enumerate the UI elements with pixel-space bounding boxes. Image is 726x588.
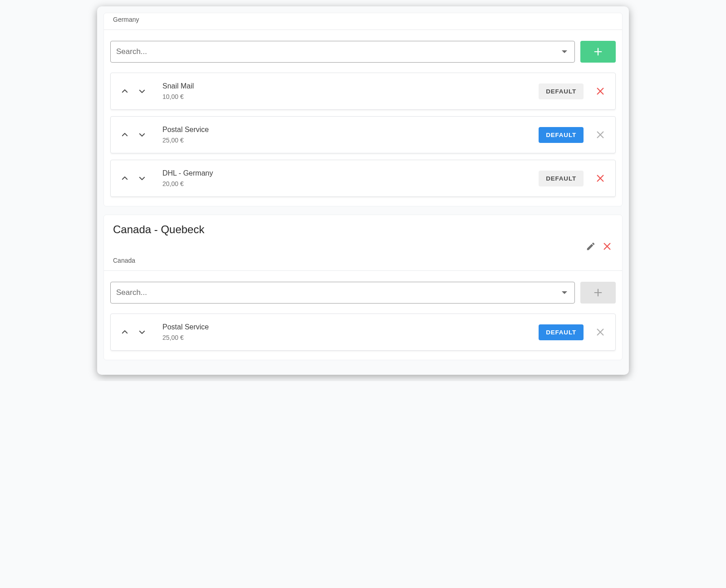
close-icon — [595, 173, 605, 183]
chevron-down-icon — [562, 50, 567, 53]
set-default-button[interactable]: DEFAULT — [539, 171, 584, 186]
move-up-button[interactable] — [121, 174, 129, 182]
close-icon — [602, 241, 612, 251]
chevron-up-icon — [121, 87, 129, 95]
order-controls — [121, 87, 146, 95]
move-down-button[interactable] — [138, 87, 146, 95]
order-controls — [121, 131, 146, 139]
move-up-button[interactable] — [121, 87, 129, 95]
search-input[interactable]: Search... — [110, 41, 575, 63]
zone-country-label: Germany — [104, 13, 622, 29]
plus-icon — [593, 47, 603, 57]
edit-zone-button[interactable] — [586, 241, 596, 251]
order-controls — [121, 174, 146, 182]
move-up-button[interactable] — [121, 131, 129, 139]
shipping-zone-canada-quebeck: Canada - Quebeck Canada Search... — [103, 215, 623, 360]
close-icon — [595, 86, 605, 96]
remove-method-button[interactable] — [595, 327, 605, 337]
zone-country-label: Canada — [104, 254, 622, 270]
remove-method-button[interactable] — [595, 173, 605, 183]
close-icon — [595, 130, 605, 140]
set-default-button[interactable]: DEFAULT — [539, 83, 584, 99]
method-name: Postal Service — [162, 126, 539, 134]
chevron-up-icon — [121, 131, 129, 139]
method-price: 25,00 € — [162, 334, 539, 341]
set-default-button[interactable]: DEFAULT — [539, 324, 584, 340]
method-name: DHL - Germany — [162, 169, 539, 177]
shipping-zones-panel: Germany Search... — [97, 6, 629, 375]
pencil-icon — [586, 241, 596, 251]
method-info: Postal Service 25,00 € — [162, 323, 539, 341]
method-list: Snail Mail 10,00 € DEFAULT — [104, 68, 622, 206]
zone-actions — [104, 241, 622, 254]
chevron-up-icon — [121, 174, 129, 182]
search-placeholder: Search... — [116, 288, 562, 297]
shipping-zone-germany: Germany Search... — [103, 13, 623, 206]
search-placeholder: Search... — [116, 47, 562, 56]
delete-zone-button[interactable] — [602, 241, 612, 251]
method-name: Snail Mail — [162, 82, 539, 90]
zone-title: Canada - Quebeck — [113, 223, 613, 236]
method-price: 20,00 € — [162, 180, 539, 187]
method-info: Postal Service 25,00 € — [162, 126, 539, 144]
shipping-method-row: Postal Service 25,00 € DEFAULT — [110, 314, 616, 351]
move-down-button[interactable] — [138, 328, 146, 336]
add-button[interactable] — [580, 41, 616, 63]
shipping-method-row: DHL - Germany 20,00 € DEFAULT — [110, 160, 616, 197]
search-input[interactable]: Search... — [110, 282, 575, 304]
close-icon — [595, 327, 605, 337]
set-default-button[interactable]: DEFAULT — [539, 127, 584, 143]
chevron-down-icon — [138, 87, 146, 95]
shipping-method-row: Postal Service 25,00 € DEFAULT — [110, 116, 616, 153]
move-down-button[interactable] — [138, 174, 146, 182]
plus-icon — [593, 288, 603, 298]
method-price: 25,00 € — [162, 137, 539, 144]
chevron-up-icon — [121, 328, 129, 336]
method-price: 10,00 € — [162, 93, 539, 100]
move-down-button[interactable] — [138, 131, 146, 139]
method-info: Snail Mail 10,00 € — [162, 82, 539, 100]
order-controls — [121, 328, 146, 336]
search-row: Search... — [104, 30, 622, 68]
chevron-down-icon — [562, 291, 567, 294]
method-info: DHL - Germany 20,00 € — [162, 169, 539, 187]
chevron-down-icon — [138, 328, 146, 336]
add-button — [580, 282, 616, 304]
remove-method-button[interactable] — [595, 86, 605, 96]
shipping-method-row: Snail Mail 10,00 € DEFAULT — [110, 73, 616, 110]
chevron-down-icon — [138, 174, 146, 182]
method-name: Postal Service — [162, 323, 539, 331]
remove-method-button[interactable] — [595, 130, 605, 140]
method-list: Postal Service 25,00 € DEFAULT — [104, 309, 622, 360]
move-up-button[interactable] — [121, 328, 129, 336]
chevron-down-icon — [138, 131, 146, 139]
zone-header: Canada - Quebeck — [104, 215, 622, 242]
search-row: Search... — [104, 271, 622, 309]
